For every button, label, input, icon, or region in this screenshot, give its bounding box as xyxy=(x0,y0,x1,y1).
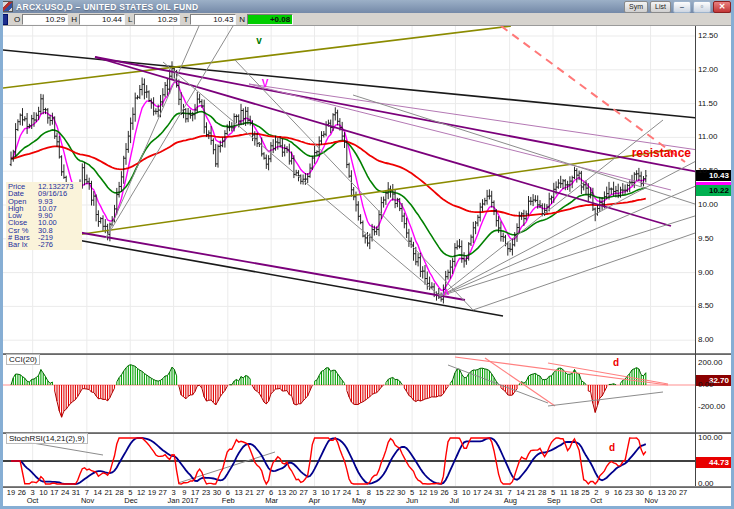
stoch-annotation-0: d xyxy=(609,442,615,453)
main-trendline-14[interactable] xyxy=(440,185,698,296)
main-trendline-16[interactable] xyxy=(440,120,663,296)
quote-bar: O10.29 H10.44 L10.29 T10.43 N+0.08 xyxy=(0,13,734,26)
main-trendline-1[interactable] xyxy=(55,236,503,316)
month-label: Jun xyxy=(406,496,446,505)
panel-separator-stoch[interactable] xyxy=(3,432,731,434)
main-annotation-1: V xyxy=(262,78,269,89)
stochrsi-panel[interactable]: d xyxy=(3,432,695,486)
chart-canvas[interactable]: vVΛresistancedd xyxy=(3,26,731,506)
main-trendline-13[interactable] xyxy=(440,160,698,296)
net-label: N xyxy=(239,15,245,24)
trade-value: 10.43 xyxy=(190,14,236,25)
month-label: Apr xyxy=(309,496,349,505)
price-axis-label: 8.50 xyxy=(698,301,731,310)
trade-label: T xyxy=(183,15,188,24)
cci-envelope xyxy=(609,384,616,385)
month-label: Nov xyxy=(645,496,685,505)
price-axis-divider xyxy=(695,26,696,486)
cci-panel[interactable]: d xyxy=(3,353,695,432)
price-axis-label: 8.00 xyxy=(698,335,731,344)
month-label: Jan 2017 xyxy=(168,496,208,505)
month-label: Dec xyxy=(124,496,164,505)
price-axis-label: 11.00 xyxy=(698,132,731,141)
medium-moving-average xyxy=(11,112,646,257)
open-price-box: 10.22 xyxy=(696,185,731,196)
stoch-panel-label: StochRSI(14,21(2),9) xyxy=(6,433,88,444)
panel-separator-cci[interactable] xyxy=(3,353,731,355)
price-axis-label: 12.00 xyxy=(698,65,731,74)
cci-envelope xyxy=(230,376,251,385)
app-window: ARCX:USO,D – UNITED STATES OIL FUND Sym … xyxy=(0,0,734,509)
month-label: Aug xyxy=(504,496,544,505)
ohlc-bars xyxy=(10,61,647,303)
stoch-axis-label: 100.00 xyxy=(698,433,731,442)
cci-axis-label: 200.00 xyxy=(698,358,731,367)
high-value: 10.44 xyxy=(79,14,125,25)
stoch-axis-label: 0.00 xyxy=(698,479,731,488)
price-axis-label: 9.00 xyxy=(698,268,731,277)
month-label: Oct xyxy=(27,496,67,505)
month-label: Feb xyxy=(222,496,262,505)
app-icon xyxy=(2,1,13,12)
list-button[interactable]: List xyxy=(650,1,671,13)
cursor-data-panel: Price12.132273Date09/16/16Open9.93High10… xyxy=(6,182,82,250)
symbol-color-swatch xyxy=(1,14,8,25)
cci-axis-label: -200.00 xyxy=(698,402,731,411)
cci-panel-label: CCI(20) xyxy=(6,354,40,365)
main-price-panel[interactable]: vVΛresistance xyxy=(3,26,698,353)
main-trendline-15[interactable] xyxy=(440,215,698,296)
price-axis-label: 10.00 xyxy=(698,200,731,209)
month-label: Mar xyxy=(265,496,305,505)
month-label: Oct xyxy=(590,496,630,505)
month-label: Jul xyxy=(449,496,489,505)
close-button[interactable]: ✕ xyxy=(713,1,731,13)
main-trendline-9[interactable] xyxy=(106,26,199,238)
chart-area[interactable]: vVΛresistancedd CCI(20) StochRSI(14,21(2… xyxy=(3,26,731,506)
title-bar[interactable]: ARCX:USO,D – UNITED STATES OIL FUND Sym … xyxy=(0,0,734,13)
low-value: 10.29 xyxy=(134,14,180,25)
main-trendline-19[interactable] xyxy=(501,26,685,162)
price-axis-label: 10.50 xyxy=(698,166,731,175)
main-annotation-3: resistance xyxy=(632,146,692,160)
window-title: ARCX:USO,D – UNITED STATES OIL FUND xyxy=(16,2,198,12)
price-axis-label: 11.50 xyxy=(698,99,731,108)
cci-trendline-3[interactable] xyxy=(548,392,663,406)
cursor-data-row: Bar Ix-276 xyxy=(8,241,80,248)
sym-button[interactable]: Sym xyxy=(624,1,648,13)
open-label: O xyxy=(14,15,20,24)
main-annotation-2: Λ xyxy=(443,287,449,297)
minimize-button[interactable]: – xyxy=(673,1,691,13)
cci-axis-label: 0.00 xyxy=(698,380,731,389)
net-change-value: +0.08 xyxy=(247,14,293,25)
month-label: Nov xyxy=(81,496,121,505)
high-label: H xyxy=(71,15,77,24)
main-annotation-0: v xyxy=(256,35,262,46)
low-label: L xyxy=(128,15,132,24)
slow-moving-average xyxy=(11,134,646,216)
maximize-button[interactable]: ▫ xyxy=(693,1,711,13)
price-axis-label: 12.50 xyxy=(698,31,731,40)
main-trendline-3[interactable] xyxy=(48,150,671,239)
month-label: Sep xyxy=(547,496,587,505)
stoch-value-box: 44.73 xyxy=(696,457,731,468)
price-axis-label: 9.50 xyxy=(698,234,731,243)
month-label: May xyxy=(352,496,392,505)
cci-histogram-negative xyxy=(55,385,619,417)
cci-annotation-0: d xyxy=(613,357,619,368)
open-value: 10.29 xyxy=(22,14,68,25)
